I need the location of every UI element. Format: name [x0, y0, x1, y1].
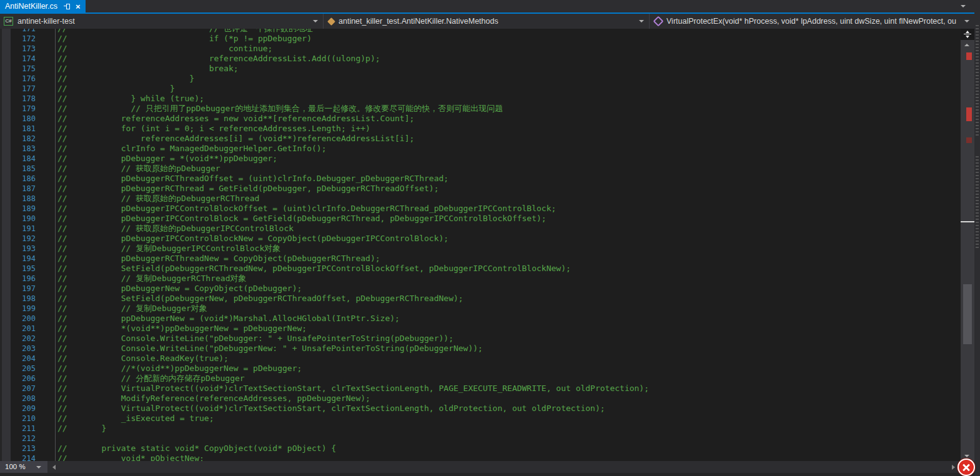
line-number: 197: [0, 284, 36, 294]
splitter-handle-icon[interactable]: [961, 29, 974, 40]
chevron-down-icon[interactable]: [639, 20, 644, 22]
code-line[interactable]: 183// clrInfo = ManagedDebuggerHelper.Ge…: [0, 144, 961, 154]
code-editor[interactable]: 171// // 也许是一个操作数的地址172// if (*p != ppDe…: [0, 29, 961, 461]
line-number: 188: [0, 194, 36, 204]
scroll-down-arrow-icon[interactable]: [964, 455, 969, 457]
code-line[interactable]: 184// pDebugger = *(void**)ppDebugger;: [0, 154, 961, 164]
code-line[interactable]: 189// pDebuggerIPCControlBlockOffset = (…: [0, 204, 961, 214]
code-line[interactable]: 185// // 获取原始的pDebugger: [0, 164, 961, 174]
tab-strip: AntiNetKiller.cs ×: [0, 0, 974, 12]
project-dropdown[interactable]: C# antinet-killer-test: [0, 14, 324, 29]
code-text: // // 获取原始的pDebuggerRCThread: [36, 194, 259, 204]
code-line[interactable]: 200// ppDebuggerNew = (void*)Marshal.All…: [0, 314, 961, 324]
member-dropdown-label: VirtualProtectEx(void* hProcess, void* l…: [666, 17, 956, 26]
code-line[interactable]: 201// *(void**)ppDebuggerNew = pDebugger…: [0, 324, 961, 334]
code-line[interactable]: 181// for (int i = 0; i < referenceAddre…: [0, 124, 961, 134]
code-line[interactable]: 198// SetField(pDebuggerNew, pDebuggerRC…: [0, 294, 961, 304]
code-text: // // 也许是一个操作数的地址: [36, 29, 313, 34]
code-line[interactable]: 186// pDebuggerRCThreadOffset = (uint)cl…: [0, 174, 961, 184]
member-dropdown[interactable]: VirtualProtectEx(void* hProcess, void* l…: [650, 14, 974, 29]
code-line[interactable]: 192// pDebuggerIPCControlBlockNew = Copy…: [0, 234, 961, 244]
code-text: // pDebugger = *(void**)ppDebugger;: [36, 154, 277, 164]
scrollbar-thumb[interactable]: [963, 284, 972, 344]
code-line[interactable]: 203// Console.WriteLine("pDebuggerNew: "…: [0, 344, 961, 354]
line-number: 209: [0, 404, 36, 414]
navigation-bar: C# antinet-killer-test antinet_killer_te…: [0, 14, 974, 29]
scroll-up-arrow-icon[interactable]: [964, 44, 969, 46]
code-text: // } while (true);: [36, 94, 204, 104]
code-line[interactable]: 180// referenceAddresses = new void**[re…: [0, 114, 961, 124]
line-number: 175: [0, 64, 36, 74]
code-line[interactable]: 171// // 也许是一个操作数的地址: [0, 29, 961, 34]
code-line[interactable]: 213// private static void* CopyObject(vo…: [0, 444, 961, 454]
error-badge-icon[interactable]: [958, 459, 975, 476]
code-text: // }: [36, 84, 175, 94]
tab-list-chevron-icon[interactable]: [961, 5, 966, 7]
right-edge-panel-strip: [974, 0, 980, 476]
code-line[interactable]: 212: [0, 434, 961, 444]
vertical-scrollbar[interactable]: [961, 29, 974, 461]
code-line[interactable]: 172// if (*p != ppDebugger): [0, 34, 961, 44]
code-line[interactable]: 204// Console.ReadKey(true);: [0, 354, 961, 364]
line-number: 193: [0, 244, 36, 254]
chevron-down-icon[interactable]: [964, 20, 969, 22]
code-line[interactable]: 205// //*(void**)ppDebuggerNew = pDebugg…: [0, 364, 961, 374]
code-line[interactable]: 178// } while (true);: [0, 94, 961, 104]
line-number: 196: [0, 274, 36, 284]
code-text: // for (int i = 0; i < referenceAddresse…: [36, 124, 370, 134]
code-line[interactable]: 193// // 复制DebuggerIPCControlBlock对象: [0, 244, 961, 254]
tab-antinetkiller[interactable]: AntiNetKiller.cs ×: [0, 0, 86, 12]
line-number: 203: [0, 344, 36, 354]
csharp-project-icon: C#: [4, 17, 13, 26]
type-dropdown[interactable]: antinet_killer_test.AntiNetKiller.Native…: [324, 14, 650, 29]
code-line[interactable]: 206// // 分配新的内存储存pDebugger: [0, 374, 961, 384]
code-line[interactable]: 196// // 复制DebuggerRCThread对象: [0, 274, 961, 284]
code-line[interactable]: 188// // 获取原始的pDebuggerRCThread: [0, 194, 961, 204]
code-text: // Console.WriteLine("pDebuggerNew: " + …: [36, 344, 483, 354]
code-line[interactable]: 179// // 只把引用了ppDebugger的地址添加到集合，最后一起修改。…: [0, 104, 961, 114]
code-line[interactable]: 202// Console.WriteLine("pDebugger: " + …: [0, 334, 961, 344]
code-text: // // 复制DebuggerIPCControlBlock对象: [36, 244, 280, 254]
code-line[interactable]: 182// referenceAddresses[i] = (void**)re…: [0, 134, 961, 144]
code-line[interactable]: 214// void* pObjectNew;: [0, 454, 961, 461]
code-line[interactable]: 177// }: [0, 84, 961, 94]
code-text: // continue;: [36, 44, 272, 54]
code-line[interactable]: 210// _isExecuted = true;: [0, 414, 961, 424]
code-line[interactable]: 190// pDebuggerIPCControlBlock = GetFiel…: [0, 214, 961, 224]
pin-icon[interactable]: [64, 3, 71, 10]
scroll-left-arrow-icon[interactable]: [52, 465, 56, 470]
code-line[interactable]: 175// break;: [0, 64, 961, 74]
zoom-level-value: 100 %: [5, 463, 26, 470]
code-line[interactable]: 211// }: [0, 424, 961, 434]
code-line[interactable]: 191// // 获取原始的pDebuggerIPCControlBlock: [0, 224, 961, 234]
code-line[interactable]: 173// continue;: [0, 44, 961, 54]
line-number: 214: [0, 454, 36, 461]
code-line[interactable]: 174// referenceAddressList.Add((ulong)p)…: [0, 54, 961, 64]
zoom-control[interactable]: 100 %: [0, 461, 47, 473]
code-text: // referenceAddressList.Add((ulong)p);: [36, 54, 380, 64]
code-line[interactable]: 209// VirtualProtect((void*)clrTextSecti…: [0, 404, 961, 414]
code-line[interactable]: 187// pDebuggerRCThread = GetField(pDebu…: [0, 184, 961, 194]
code-line[interactable]: 208// ModifyReference(referenceAddresses…: [0, 394, 961, 404]
code-text: // // 只把引用了ppDebugger的地址添加到集合，最后一起修改。修改要…: [36, 104, 503, 114]
chevron-down-icon[interactable]: [36, 466, 41, 469]
chevron-down-icon[interactable]: [313, 20, 318, 22]
code-line[interactable]: 197// pDebuggerNew = CopyObject(pDebugge…: [0, 284, 961, 294]
line-number: 174: [0, 54, 36, 64]
line-number: 204: [0, 354, 36, 364]
scroll-right-arrow-icon[interactable]: [952, 465, 955, 470]
code-text: // // 复制Debugger对象: [36, 304, 207, 314]
code-line[interactable]: 207// VirtualProtect((void*)clrTextSecti…: [0, 384, 961, 394]
code-line[interactable]: 199// // 复制Debugger对象: [0, 304, 961, 314]
code-line[interactable]: 195// SetField(pDebuggerRCThreadNew, pDe…: [0, 264, 961, 274]
line-number: 172: [0, 34, 36, 44]
code-text: // //*(void**)ppDebuggerNew = pDebugger;: [36, 364, 302, 374]
error-marker: [966, 107, 972, 121]
line-number: 173: [0, 44, 36, 54]
close-icon[interactable]: ×: [76, 3, 81, 10]
code-line[interactable]: 194// pDebuggerRCThreadNew = CopyObject(…: [0, 254, 961, 264]
line-number: 191: [0, 224, 36, 234]
tab-title: AntiNetKiller.cs: [5, 2, 57, 11]
code-line[interactable]: 176// }: [0, 74, 961, 84]
code-text: // SetField(pDebuggerNew, pDebuggerRCThr…: [36, 294, 463, 304]
